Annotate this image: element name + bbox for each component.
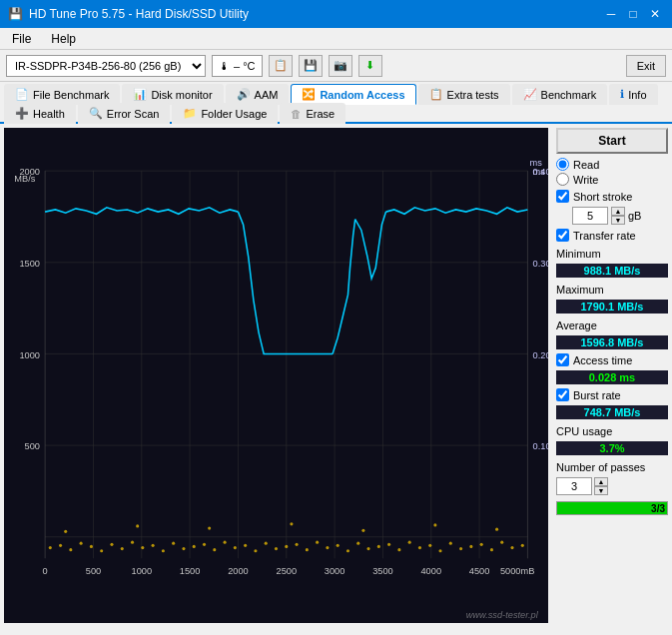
menu-help[interactable]: Help [45,30,82,48]
tab-disk-monitor[interactable]: 📊 Disk monitor [122,84,223,105]
disk-monitor-icon: 📊 [133,88,147,101]
toolbar-btn-2[interactable]: 💾 [299,55,323,77]
svg-text:0.10: 0.10 [533,440,548,451]
svg-point-52 [182,547,185,550]
access-time-label[interactable]: Access time [556,353,668,366]
svg-point-63 [296,543,299,546]
thermometer-icon: 🌡 [219,60,230,72]
svg-point-58 [244,544,247,547]
svg-point-80 [469,545,472,548]
stroke-up-btn[interactable]: ▲ [611,207,625,216]
tab-benchmark[interactable]: 📈 Benchmark [512,84,608,105]
svg-text:MB/s: MB/s [14,173,35,184]
svg-point-66 [326,546,329,549]
svg-point-43 [90,545,93,548]
write-radio[interactable] [556,173,569,186]
svg-text:1500: 1500 [180,565,201,576]
title-bar-left: 💾 HD Tune Pro 5.75 - Hard Disk/SSD Utili… [8,7,249,21]
access-time-value: 0.028 ms [556,370,668,384]
passes-down-btn[interactable]: ▼ [594,486,608,495]
svg-point-50 [162,549,165,552]
burst-rate-checkbox[interactable] [556,388,569,401]
svg-point-69 [356,542,359,545]
extra-tests-icon: 📋 [429,88,443,101]
burst-rate-value: 748.7 MB/s [556,405,668,419]
short-stroke-row: ▲ ▼ gB [572,207,668,225]
passes-input[interactable] [556,477,592,495]
write-radio-label[interactable]: Write [556,173,668,186]
aam-icon: 🔊 [237,88,251,101]
read-radio[interactable] [556,158,569,171]
svg-point-47 [131,541,134,544]
short-stroke-label[interactable]: Short stroke [556,190,668,203]
tab-folder-usage[interactable]: 📁 Folder Usage [172,103,278,124]
close-button[interactable]: ✕ [646,5,664,23]
transfer-rate-label[interactable]: Transfer rate [556,229,668,242]
svg-point-79 [459,547,462,550]
svg-point-53 [193,545,196,548]
tab-erase[interactable]: 🗑 Erase [280,103,345,124]
svg-point-68 [346,549,349,552]
temperature-value: – °C [234,60,256,72]
tab-error-scan[interactable]: 🔍 Error Scan [78,103,171,124]
tab-aam[interactable]: 🔊 AAM [226,84,290,105]
svg-point-64 [306,548,309,551]
access-time-checkbox[interactable] [556,353,569,366]
svg-point-65 [316,541,319,544]
svg-point-41 [69,548,72,551]
svg-point-85 [521,544,524,547]
menu-file[interactable]: File [6,30,37,48]
tabs-row: 📄 File Benchmark 📊 Disk monitor 🔊 AAM 🔀 … [0,82,672,124]
svg-point-54 [203,543,206,546]
title-bar: 💾 HD Tune Pro 5.75 - Hard Disk/SSD Utili… [0,0,672,28]
toolbar-btn-3[interactable]: 📷 [329,55,352,77]
minimum-label: Minimum [556,248,668,260]
svg-point-73 [397,548,400,551]
erase-icon: 🗑 [291,108,302,120]
svg-point-89 [290,522,293,525]
transfer-rate-checkbox[interactable] [556,229,569,242]
svg-point-39 [49,546,52,549]
svg-point-70 [367,547,370,550]
svg-point-81 [480,543,483,546]
svg-text:500: 500 [86,565,101,576]
tab-file-benchmark[interactable]: 📄 File Benchmark [4,84,120,105]
svg-point-72 [387,543,390,546]
toolbar-btn-4[interactable]: ⬇ [358,55,382,77]
passes-up-btn[interactable]: ▲ [594,477,608,486]
folder-usage-icon: 📁 [183,107,197,120]
svg-text:0.30: 0.30 [533,258,548,269]
svg-point-71 [377,545,380,548]
short-stroke-checkbox[interactable] [556,190,569,203]
tab-health[interactable]: ➕ Health [4,103,76,124]
tab-random-access[interactable]: 🔀 Random Access [291,84,415,105]
number-of-passes-label: Number of passes [556,461,668,473]
benchmark-icon: 📈 [523,88,537,101]
cpu-usage-value: 3.7% [556,441,668,455]
read-radio-label[interactable]: Read [556,158,668,171]
burst-rate-label[interactable]: Burst rate [556,388,668,401]
svg-point-77 [438,549,441,552]
svg-point-56 [224,541,227,544]
right-panel: Start Read Write Short stroke ▲ ▼ gB [552,124,672,627]
toolbar-btn-1[interactable]: 📋 [269,55,293,77]
svg-point-86 [64,530,67,533]
start-button[interactable]: Start [556,128,668,154]
file-benchmark-icon: 📄 [15,88,29,101]
svg-point-82 [490,548,493,551]
drive-selector[interactable]: IR-SSDPR-P34B-256-80 (256 gB) [6,55,206,77]
tab-extra-tests[interactable]: 📋 Extra tests [418,84,510,105]
svg-text:3000: 3000 [325,565,345,576]
tab-info[interactable]: ℹ Info [609,84,657,105]
short-stroke-input[interactable] [572,207,608,225]
stroke-down-btn[interactable]: ▼ [611,216,625,225]
minimize-button[interactable]: ─ [602,5,620,23]
maximize-button[interactable]: □ [624,5,642,23]
svg-text:2000: 2000 [228,565,249,576]
svg-point-40 [59,544,62,547]
svg-text:www.ssd-tester.pl: www.ssd-tester.pl [466,608,539,619]
svg-point-62 [285,545,288,548]
exit-button[interactable]: Exit [626,55,666,77]
title-bar-controls: ─ □ ✕ [602,5,664,23]
main-content: 2000 1500 1000 500 MB/s 0.40 0.30 0.20 0… [0,124,672,627]
